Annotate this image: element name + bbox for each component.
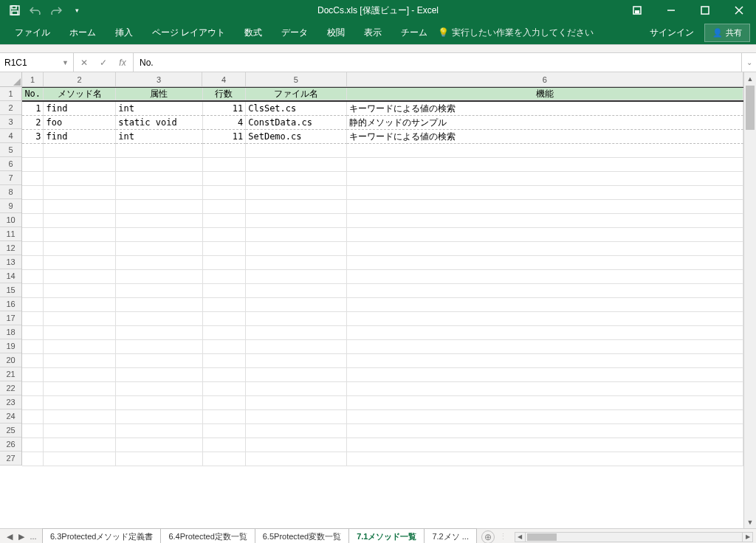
cell[interactable] (44, 396, 116, 410)
cell[interactable] (203, 214, 247, 228)
cell[interactable] (246, 256, 347, 270)
cell[interactable] (44, 312, 116, 326)
row-header[interactable]: 16 (0, 297, 21, 311)
enter-formula-button[interactable]: ✓ (96, 58, 111, 68)
cell[interactable] (22, 326, 44, 340)
cell[interactable] (203, 298, 247, 312)
cell[interactable] (203, 200, 247, 214)
cell[interactable] (116, 270, 202, 284)
cell[interactable] (44, 410, 116, 424)
cell[interactable] (203, 172, 247, 186)
cell[interactable] (203, 158, 247, 172)
cell[interactable] (22, 424, 44, 438)
sheet-tab[interactable]: 6.3Protectedメソッド定義書 (42, 528, 161, 544)
row-header[interactable]: 25 (0, 423, 21, 437)
cell[interactable] (44, 158, 116, 172)
scroll-down-icon[interactable]: ▼ (744, 516, 756, 528)
cell[interactable] (347, 214, 743, 228)
cell[interactable] (116, 186, 202, 200)
minimize-button[interactable] (654, 0, 688, 21)
row-header[interactable]: 6 (0, 157, 21, 171)
cell[interactable] (246, 172, 347, 186)
cell[interactable] (347, 270, 743, 284)
row-headers[interactable]: 1234567891011121314151617181920212223242… (0, 87, 22, 466)
row-header[interactable]: 27 (0, 452, 21, 466)
cell[interactable]: 行数 (203, 88, 247, 100)
cell[interactable]: キーワードによる値の検索 (347, 102, 743, 116)
cell[interactable] (347, 144, 743, 158)
row-header[interactable]: 10 (0, 213, 21, 227)
cell[interactable]: 1 (22, 102, 44, 116)
cell[interactable]: ファイル名 (246, 88, 347, 100)
cell[interactable] (246, 410, 347, 424)
cell[interactable] (203, 228, 247, 242)
cell[interactable] (116, 284, 202, 298)
row-header[interactable]: 11 (0, 227, 21, 241)
cell[interactable] (22, 158, 44, 172)
cell[interactable] (44, 368, 116, 382)
cell[interactable]: 静的メソッドのサンプル (347, 116, 743, 130)
cell[interactable] (22, 396, 44, 410)
cell[interactable]: キーワードによる値の検索 (347, 130, 743, 144)
cell[interactable] (246, 312, 347, 326)
cell[interactable] (116, 298, 202, 312)
cell[interactable] (347, 284, 743, 298)
cell[interactable] (203, 452, 247, 466)
cell[interactable]: 11 (203, 102, 247, 116)
cell[interactable] (116, 242, 202, 256)
sheet-nav-more-icon[interactable]: ... (28, 532, 38, 542)
cell[interactable] (44, 298, 116, 312)
cell[interactable] (116, 158, 202, 172)
share-button[interactable]: 👤 共有 (704, 24, 750, 42)
cell[interactable] (44, 214, 116, 228)
row-header[interactable]: 7 (0, 171, 21, 185)
name-box-input[interactable] (4, 58, 62, 68)
cell[interactable] (22, 284, 44, 298)
hscroll-right-icon[interactable]: ▶ (742, 533, 752, 542)
cancel-formula-button[interactable]: ✕ (77, 58, 92, 68)
cell[interactable] (203, 354, 247, 368)
cell[interactable]: find (44, 102, 116, 116)
cell[interactable] (116, 214, 202, 228)
select-all-corner[interactable] (0, 72, 22, 87)
cell[interactable] (347, 410, 743, 424)
cell[interactable] (203, 256, 247, 270)
cell[interactable] (22, 298, 44, 312)
cell[interactable] (44, 326, 116, 340)
cell[interactable] (347, 396, 743, 410)
cell[interactable] (44, 452, 116, 466)
cell[interactable]: 11 (203, 130, 247, 144)
column-headers[interactable]: 123456 (22, 72, 743, 87)
tab-review[interactable]: 校閲 (318, 22, 354, 44)
maximize-button[interactable] (688, 0, 722, 21)
cell[interactable] (203, 284, 247, 298)
cell[interactable] (44, 354, 116, 368)
tab-home[interactable]: ホーム (61, 22, 105, 44)
expand-formula-bar-button[interactable]: ⌄ (741, 53, 756, 72)
row-header[interactable]: 13 (0, 255, 21, 269)
column-header[interactable]: 3 (116, 72, 202, 86)
cell[interactable] (203, 410, 247, 424)
tab-team[interactable]: チーム (392, 22, 436, 44)
cell[interactable] (246, 186, 347, 200)
cell[interactable] (116, 256, 202, 270)
cell[interactable] (203, 424, 247, 438)
cell[interactable] (347, 256, 743, 270)
sheet-tab[interactable]: 7.1メソッド一覧 (348, 528, 425, 544)
formula-input[interactable]: No. (134, 53, 741, 72)
cell[interactable]: find (44, 130, 116, 144)
cell[interactable] (347, 242, 743, 256)
cell[interactable]: 3 (22, 130, 44, 144)
cell[interactable] (116, 228, 202, 242)
cell[interactable] (116, 438, 202, 452)
cell[interactable] (44, 270, 116, 284)
cell[interactable]: 4 (203, 116, 247, 130)
row-header[interactable]: 5 (0, 143, 21, 157)
cell[interactable] (22, 228, 44, 242)
cell[interactable] (116, 382, 202, 396)
cell[interactable] (44, 228, 116, 242)
cell[interactable] (116, 340, 202, 354)
cell[interactable] (246, 452, 347, 466)
cells-area[interactable]: No.メソッド名属性行数ファイル名機能1findint11ClsSet.csキー… (22, 87, 743, 528)
tell-me-box[interactable]: 💡 実行したい作業を入力してください (438, 27, 594, 39)
